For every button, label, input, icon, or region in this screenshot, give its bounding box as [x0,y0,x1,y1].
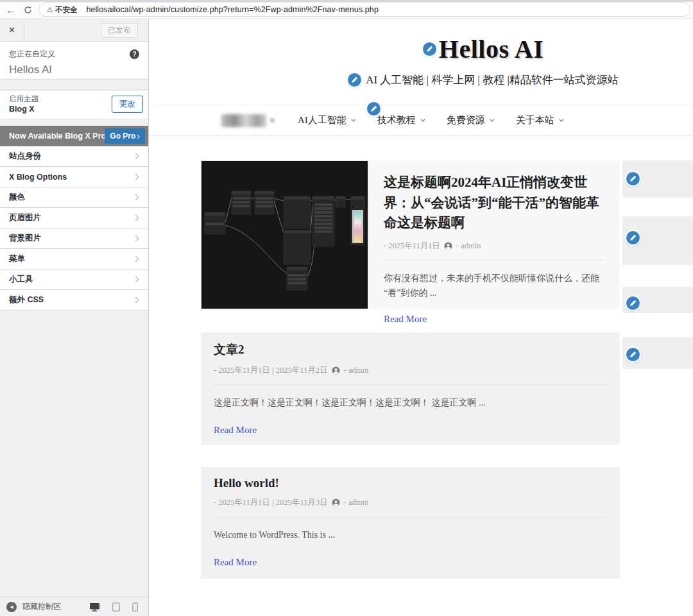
chevron-right-icon [133,174,139,180]
post-meta: - 2025年11月1日 - admin [384,241,604,261]
chevron-down-icon [420,117,425,122]
go-pro-button[interactable]: Go Pro › [105,128,145,144]
chevron-right-icon [133,256,139,262]
active-theme-section: 启用主题 Blog X 更改 [0,90,148,119]
customizer-info-section: 您正在自定义 ? Hellos AI [0,42,148,80]
post-title[interactable]: 文章2 [214,341,607,358]
address-bar[interactable]: ⚠ 不安全 hellosailocal/wp-admin/customize.p… [38,3,690,17]
edit-widget-icon[interactable] [626,296,640,310]
post-title[interactable]: 这是标题啊2024年AI正悄悄改变世界：从“会说话”到“能干活”的智能革命这是标… [384,173,604,234]
pro-banner-text: Now Available Blog X Pro [9,132,106,141]
chevron-right-icon [133,215,139,221]
edit-tagline-icon[interactable] [348,73,361,87]
post-excerpt: Welcome to WordPress. This is ... [214,527,607,543]
sidebar-item-widgets[interactable]: 小工具 [0,270,148,290]
customizer-sections-menu: 站点身份 X Blog Options 颜色 页眉图片 背景图片 菜单 小工具 [0,146,148,311]
nav-item-free-resources[interactable]: 免费资源 [447,114,493,126]
panel-spacer [0,80,148,90]
site-preview: Hellos AI AI 人工智能 | 科学上网 | 教程 |精品软件一站式资源… [150,19,693,616]
author-icon [332,366,340,375]
site-tagline: AI 人工智能 | 科学上网 | 教程 |精品软件一站式资源站 [366,73,619,87]
post-date: - 2025年11月1日 | 2025年11月2日 [214,365,328,376]
post-author: - admin [344,366,369,375]
read-more-link[interactable]: Read More [384,314,427,325]
edit-site-title-icon[interactable] [423,42,436,56]
post-author: - admin [344,498,369,508]
nav-logo-blurred[interactable] [221,114,266,127]
post-card-3: Hello world! - 2025年11月1日 | 2025年11月3日 -… [201,467,620,579]
chevron-right-icon [133,297,139,304]
collapse-sidebar-label[interactable]: 隐藏控制区 [22,601,89,612]
edit-widget-icon[interactable] [626,231,640,244]
sidebar-item-menus[interactable]: 菜单 [0,249,148,270]
customizer-panel: × 已发布 您正在自定义 ? Hellos AI 启用主题 Blog X 更改 … [0,19,149,616]
sidebar-item-x-blog-options[interactable]: X Blog Options [0,167,148,187]
nav-logo-dot [270,118,275,123]
browser-reload-icon[interactable] [21,3,35,17]
chevron-right-icon [133,153,139,160]
customizer-site-title: Hellos AI [9,64,139,76]
edit-widget-icon[interactable] [626,348,640,361]
post-card-1: 这是标题啊2024年AI正悄悄改变世界：从“会说话”到“能干活”的智能革命这是标… [201,160,620,309]
sidebar-item-additional-css[interactable]: 额外 CSS [0,290,148,311]
pro-upsell-banner: Now Available Blog X Pro Go Pro › [0,126,148,146]
url-text[interactable]: hellosailocal/wp-admin/customize.php?ret… [86,5,379,14]
tab-strip [0,0,693,2]
desktop-preview-icon[interactable] [89,603,100,612]
device-preview-switcher [89,603,138,612]
security-warning-icon: ⚠ [47,6,53,14]
chevron-down-icon [490,117,494,122]
sidebar-item-background-image[interactable]: 背景图片 [0,228,148,249]
sidebar-item-colors[interactable]: 颜色 [0,187,148,208]
close-icon[interactable]: × [0,19,24,41]
post-body: 这是标题啊2024年AI正悄悄改变世界：从“会说话”到“能干活”的智能革命这是标… [368,160,620,309]
mobile-preview-icon[interactable] [132,603,138,612]
security-label[interactable]: 不安全 [55,5,78,15]
browser-toolbar: ← ⚠ 不安全 hellosailocal/wp-admin/customize… [0,0,693,19]
edit-menu-icon[interactable] [367,102,381,116]
post-excerpt: 这是正文啊！这是正文啊！这是正文啊！这是正文啊！ 这是正文啊 ... [214,395,607,411]
chevron-down-icon [351,117,355,122]
chevron-right-icon [133,194,139,201]
chevron-down-icon [559,117,563,122]
chevron-right-icon [133,277,139,283]
nav-item-tutorials[interactable]: 技术教程 [377,114,424,126]
sidebar-item-header-image[interactable]: 页眉图片 [0,208,148,228]
go-pro-label: Go Pro [110,132,135,141]
post-date: - 2025年11月1日 | 2025年11月3日 [214,497,328,508]
customizer-footer: ◀ 隐藏控制区 [0,597,148,616]
published-button[interactable]: 已发布 [101,23,138,38]
site-header: Hellos AI AI 人工智能 | 科学上网 | 教程 |精品软件一站式资源… [201,19,693,87]
author-icon [444,242,452,250]
panel-spacer [0,119,148,126]
site-nav-bar: AI人工智能 技术教程 免费资源 关于本站 [150,105,693,136]
chevron-right-icon: › [137,132,140,141]
read-more-link[interactable]: Read More [214,557,257,568]
customizer-topbar: × 已发布 [0,19,148,42]
read-more-link[interactable]: Read More [214,425,257,436]
post-meta: - 2025年11月1日 | 2025年11月3日 - admin [214,497,607,517]
nav-item-about[interactable]: 关于本站 [516,114,562,126]
collapse-sidebar-icon[interactable]: ◀ [6,602,17,612]
edit-widget-icon[interactable] [626,172,640,185]
change-theme-button[interactable]: 更改 [112,96,143,113]
author-icon [332,499,340,507]
preview-site-title: Hellos AI [439,34,543,64]
post-thumbnail-node-graph[interactable] [201,160,368,309]
post-title[interactable]: Hello world! [214,476,607,490]
post-meta: - 2025年11月1日 | 2025年11月2日 - admin [214,365,607,385]
post-author: - admin [456,241,481,251]
help-icon[interactable]: ? [130,49,139,59]
browser-back-icon[interactable]: ← [4,3,18,17]
post-date: - 2025年11月1日 [384,241,440,252]
post-excerpt: 你有没有想过，未来的手机不仅能听懂你说什么，还能“看”到你的 ... [384,271,604,302]
customizing-label: 您正在自定义 [9,49,139,60]
nav-item-ai[interactable]: AI人工智能 [298,114,354,126]
sidebar-item-site-identity[interactable]: 站点身份 [0,146,148,167]
chevron-right-icon [133,235,139,242]
tablet-preview-icon[interactable] [112,603,120,612]
post-card-2: 文章2 - 2025年11月1日 | 2025年11月2日 - admin 这是… [201,332,620,445]
